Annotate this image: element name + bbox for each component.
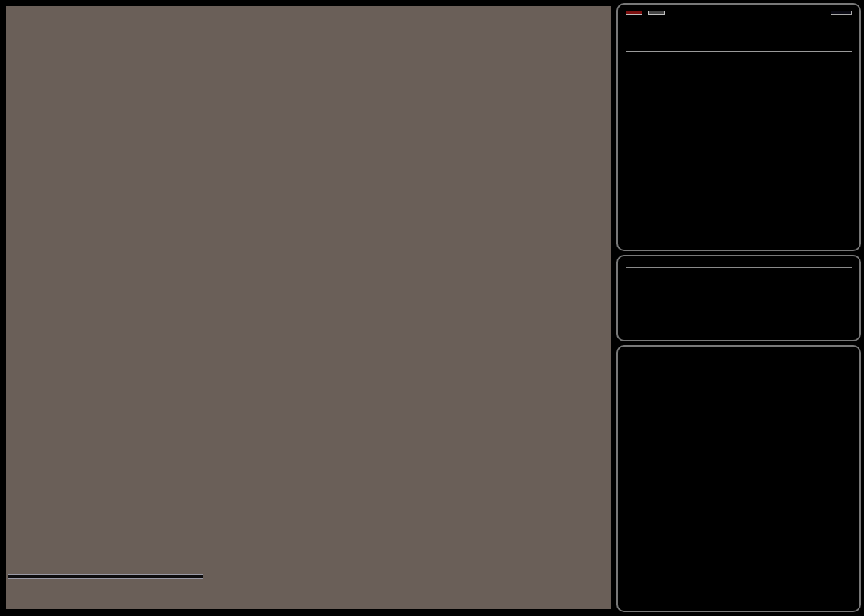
strike-stats-panel [616,3,861,251]
bearing-badge [831,11,852,15]
map-legend [8,574,203,579]
datetime-panel [616,255,861,341]
distribution-title [626,49,852,52]
datetime-display [626,262,852,268]
storm-map-canvas[interactable] [6,6,611,609]
sidebar [616,0,864,616]
status-panel [616,345,861,612]
app-window: { "app": { "copyright": "©2005 Astrogeni… [0,0,864,616]
strike-mode-button[interactable] [626,11,642,15]
noise-mode-button[interactable] [648,11,665,15]
storm-map[interactable] [6,6,611,609]
